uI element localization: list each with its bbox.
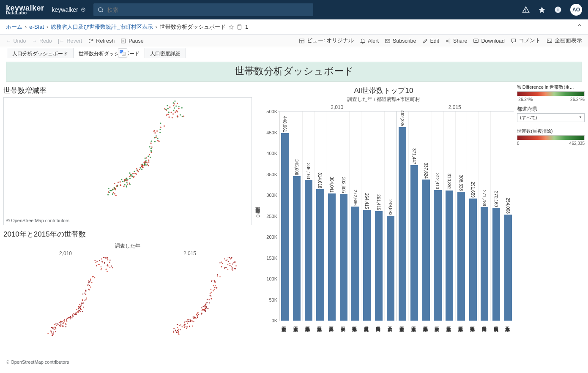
legend-diff-gradient[interactable]: [517, 91, 585, 96]
tab-density[interactable]: 人口密度詳細: [145, 48, 186, 58]
alert-triangle-icon[interactable]: [522, 6, 530, 14]
workspace-selector[interactable]: keywalker: [52, 6, 86, 13]
x-axis-label: 東京都八王子市: [384, 321, 396, 359]
translate-icon[interactable]: G文: [118, 48, 127, 57]
info-icon[interactable]: [554, 6, 562, 14]
bar[interactable]: 270,169: [492, 208, 500, 321]
tab-population[interactable]: 人口分析ダッシュボード: [7, 48, 74, 58]
share-button[interactable]: Share: [445, 38, 467, 44]
svg-point-183: [107, 257, 108, 259]
refresh-button[interactable]: Refresh: [88, 38, 115, 44]
bar-column[interactable]: 271,786: [479, 112, 490, 321]
svg-point-199: [96, 261, 98, 262]
bar[interactable]: 345,608: [293, 176, 301, 321]
bar-column[interactable]: 345,608: [291, 112, 303, 321]
bar-column[interactable]: 270,169: [490, 112, 502, 321]
brand-logo[interactable]: keywalker DataLabo: [6, 4, 44, 15]
svg-point-287: [57, 324, 59, 325]
bar-column[interactable]: 264,415: [361, 112, 373, 321]
bar-column[interactable]: 308,328: [455, 112, 467, 321]
comment-button[interactable]: コメント: [511, 37, 541, 44]
svg-point-458: [180, 329, 181, 330]
bar[interactable]: 291,659: [469, 199, 477, 321]
svg-point-106: [147, 163, 148, 165]
bar-column[interactable]: 291,659: [467, 112, 479, 321]
svg-point-330: [227, 264, 229, 265]
svg-point-85: [148, 161, 149, 163]
bar[interactable]: 312,413: [434, 190, 441, 321]
bar-column[interactable]: 337,824: [420, 112, 432, 321]
svg-point-256: [79, 307, 80, 308]
map-growth[interactable]: © OpenStreetMap contributors: [3, 97, 252, 225]
collapse-icon[interactable]: ⌃: [577, 23, 582, 31]
tab-household[interactable]: 世帯数分析ダッシュボード: [73, 48, 145, 58]
search-box[interactable]: [93, 3, 313, 16]
search-input[interactable]: [107, 7, 309, 13]
bar[interactable]: 264,415: [363, 210, 371, 321]
bar[interactable]: 371,447: [410, 165, 418, 321]
bar[interactable]: 462,335: [399, 127, 406, 321]
star-outline-icon[interactable]: [228, 24, 234, 30]
svg-point-101: [143, 165, 145, 166]
alert-button[interactable]: Alert: [360, 38, 379, 44]
revert-button[interactable]: |←Revert: [58, 38, 82, 44]
bar-column[interactable]: 249,893: [384, 112, 397, 321]
svg-point-439: [184, 321, 185, 323]
svg-rect-14: [547, 39, 552, 42]
bar[interactable]: 310,852: [446, 191, 453, 321]
map-2015[interactable]: [128, 257, 252, 366]
bar[interactable]: 308,328: [457, 192, 465, 321]
svg-point-442: [180, 324, 181, 326]
bar[interactable]: 302,805: [340, 194, 347, 321]
crumb-l1[interactable]: e-Stat: [29, 24, 44, 30]
prefecture-select[interactable]: (すべて): [517, 113, 585, 122]
bar[interactable]: 261,415: [375, 211, 383, 321]
star-icon[interactable]: [538, 6, 546, 14]
bar[interactable]: 249,893: [387, 216, 394, 321]
bar-column[interactable]: 336,163: [302, 112, 314, 321]
avatar[interactable]: AO: [570, 4, 582, 16]
bar-column[interactable]: 272,686: [349, 112, 361, 321]
crumb-l2[interactable]: 総務省人口及び世帯数統計_市町村区表示: [51, 23, 153, 31]
bar-column[interactable]: 312,413: [432, 112, 443, 321]
bar[interactable]: 314,618: [316, 189, 324, 321]
redo-button[interactable]: →Redo: [32, 38, 52, 44]
svg-point-309: [52, 333, 54, 334]
view-button[interactable]: ビュー: オリジナル: [299, 37, 354, 44]
subscribe-button[interactable]: Subscribe: [385, 38, 416, 44]
legend-count-gradient[interactable]: [517, 135, 585, 140]
bar-column[interactable]: 310,852: [443, 112, 455, 321]
undo-button[interactable]: ←Undo: [6, 38, 26, 44]
bar-column[interactable]: 314,618: [314, 112, 326, 321]
svg-point-33: [181, 107, 183, 109]
svg-point-382: [207, 299, 208, 300]
bar[interactable]: 337,824: [422, 180, 430, 321]
svg-point-371: [210, 293, 211, 294]
bar[interactable]: 448,961: [281, 133, 289, 321]
bar[interactable]: 254,008: [504, 215, 512, 321]
bar-column[interactable]: 448,961: [279, 112, 291, 321]
map-2010[interactable]: [3, 257, 127, 366]
pause-button[interactable]: Pause: [120, 38, 143, 44]
svg-point-437: [186, 321, 188, 323]
bar[interactable]: 272,686: [351, 207, 359, 321]
bar[interactable]: 271,786: [481, 207, 488, 321]
fullscreen-button[interactable]: 全画面表示: [547, 37, 582, 44]
crumb-home[interactable]: ホーム: [6, 23, 22, 31]
svg-point-227: [84, 300, 85, 301]
download-button[interactable]: Download: [473, 38, 505, 44]
x-axis-label: 東京都杉並区: [431, 321, 443, 359]
bar-column[interactable]: 462,335: [397, 112, 408, 321]
bar[interactable]: 304,041: [328, 193, 336, 321]
bar-column[interactable]: 254,008: [502, 112, 514, 321]
bars-area[interactable]: 448,961345,608336,163314,618304,041302,8…: [279, 112, 514, 321]
bar[interactable]: 336,163: [305, 180, 312, 321]
bar-column[interactable]: 302,805: [338, 112, 350, 321]
bar-column[interactable]: 304,041: [326, 112, 338, 321]
bar-column[interactable]: 261,415: [373, 112, 385, 321]
svg-point-158: [108, 191, 109, 193]
edit-button[interactable]: Edit: [422, 38, 440, 44]
svg-point-195: [106, 269, 107, 270]
svg-point-283: [60, 324, 62, 325]
bar-column[interactable]: 371,447: [408, 112, 420, 321]
